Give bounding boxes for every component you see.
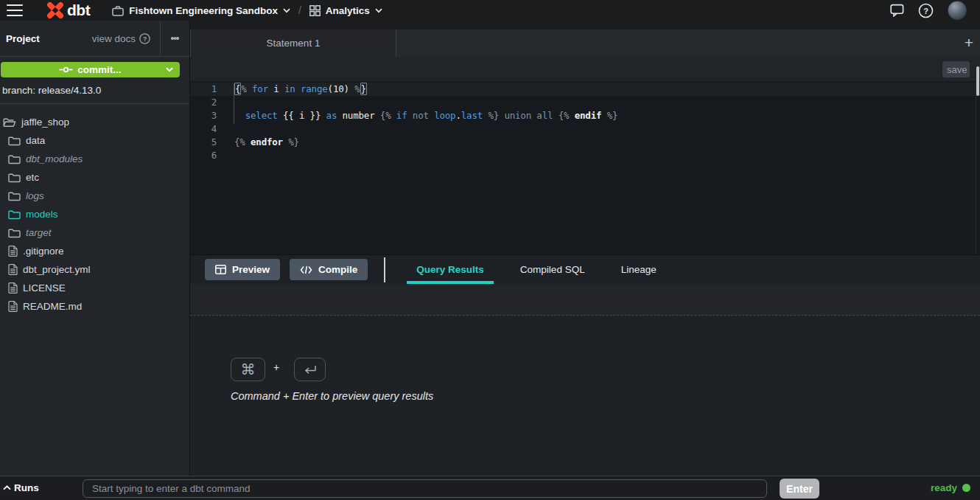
tree-item-label: models: [26, 209, 58, 220]
dbt-logo-icon: [46, 1, 65, 20]
chevron-down-icon: [166, 67, 173, 72]
tree-item-dbt-modules[interactable]: dbt_modules: [0, 150, 189, 168]
code-icon: [300, 265, 312, 274]
tree-item-label: README.md: [23, 301, 82, 312]
tree-item-jaffle-shop[interactable]: jaffle_shop: [0, 113, 189, 131]
git-commit-icon: [59, 66, 73, 74]
sidebar-title: Project: [6, 33, 40, 44]
tree-item--gitignore[interactable]: .gitignore: [0, 242, 189, 260]
chevron-down-icon: [375, 8, 382, 13]
sidebar: Project view docs ? commit...: [0, 21, 190, 476]
code-text: {% endfor %}: [234, 136, 299, 149]
line-number: 2: [190, 96, 217, 109]
runs-toggle[interactable]: Runs: [3, 482, 39, 493]
tree-item-label: etc: [26, 172, 39, 183]
user-avatar[interactable]: [948, 1, 967, 20]
chat-icon[interactable]: [890, 4, 904, 17]
tree-item-logs[interactable]: logs: [0, 187, 189, 205]
kebab-menu-icon[interactable]: [161, 36, 189, 41]
results-tabs: Query ResultsCompiled SQLLineage: [415, 255, 657, 284]
view-docs-label: view docs: [92, 33, 136, 44]
line-number: 5: [190, 136, 217, 149]
account-switcher[interactable]: Fishtown Engineering Sandbox: [112, 5, 290, 16]
file-tree: jaffle_shopdatadbt_modulesetclogsmodelst…: [0, 104, 189, 316]
code-editor[interactable]: 1{% for i in range(10) %}23 select {{ i …: [190, 81, 980, 254]
top-bar-actions: ?: [890, 1, 967, 20]
tree-item-dbt-project-yml[interactable]: dbt_project.yml: [0, 260, 189, 279]
top-bar: dbt Fishtown Engineering Sandbox /: [0, 0, 980, 21]
line-number: 4: [190, 122, 217, 136]
runs-label: Runs: [14, 482, 39, 493]
hamburger-menu-icon[interactable]: [7, 4, 23, 16]
folder-icon: [8, 173, 21, 183]
file-icon: [8, 246, 18, 257]
status-indicator: ready: [931, 482, 970, 493]
tree-item-label: jaffle_shop: [21, 117, 69, 128]
tree-item-etc[interactable]: etc: [0, 168, 189, 187]
help-icon[interactable]: ?: [918, 3, 934, 18]
git-section: commit... branch: release/4.13.0: [0, 57, 189, 104]
code-text: select {{ i }} as number {% if not loop.…: [234, 109, 617, 122]
tree-item-label: logs: [26, 190, 44, 201]
code-line-6: 6: [190, 149, 980, 162]
tab-label: Statement 1: [267, 38, 321, 49]
indent-guide: [234, 83, 234, 124]
tab-statement-1[interactable]: Statement 1: [190, 29, 396, 57]
save-button[interactable]: save: [942, 61, 970, 77]
command-glyph: ⌘: [241, 361, 256, 378]
results-content: ⌘ + Command + Enter to preview query res…: [190, 316, 980, 476]
enter-button[interactable]: Enter: [780, 479, 819, 499]
svg-text:?: ?: [923, 6, 928, 15]
project-name: Analytics: [326, 5, 370, 16]
command-key-icon: ⌘: [231, 358, 265, 381]
toolbar-divider: [384, 257, 385, 282]
tree-item-target[interactable]: target: [0, 223, 189, 242]
tree-item-label: data: [26, 135, 45, 146]
preview-button[interactable]: Preview: [205, 259, 280, 280]
results-subheader: [190, 284, 980, 316]
editor-toolbar: save: [190, 57, 980, 81]
dbt-command-input[interactable]: [83, 479, 767, 498]
code-line-4: 4: [190, 122, 980, 136]
grid-icon: [309, 5, 321, 16]
table-icon: [215, 265, 226, 274]
new-tab-button[interactable]: +: [965, 33, 973, 52]
tree-item-models[interactable]: models: [0, 205, 189, 223]
main-area: Statement 1 + save 1{% for i in range(10…: [190, 21, 980, 476]
file-icon: [8, 264, 18, 275]
editor-tab-bar: Statement 1 +: [190, 29, 980, 57]
tree-item-label: LICENSE: [23, 282, 66, 294]
compile-label: Compile: [318, 264, 357, 275]
commit-label: commit...: [77, 64, 121, 75]
enter-key-icon: [294, 358, 326, 381]
compile-button[interactable]: Compile: [290, 259, 368, 280]
svg-text:?: ?: [143, 35, 147, 42]
file-icon: [8, 301, 18, 312]
help-circle-icon: ?: [139, 33, 150, 44]
account-name: Fishtown Engineering Sandbox: [129, 5, 278, 16]
tree-item-license[interactable]: LICENSE: [0, 279, 189, 297]
return-arrow-icon: [303, 365, 318, 375]
tree-item-label: target: [26, 227, 52, 238]
commit-button[interactable]: commit...: [1, 62, 180, 77]
tab-compiled-sql[interactable]: Compiled SQL: [519, 255, 587, 284]
editor-scrollbar-track: [976, 81, 980, 254]
tree-item-label: .gitignore: [23, 246, 64, 257]
tree-item-label: dbt_project.yml: [23, 264, 91, 275]
folder-icon: [8, 136, 21, 146]
tree-item-data[interactable]: data: [0, 131, 189, 150]
tab-lineage[interactable]: Lineage: [620, 255, 658, 284]
code-line-5: 5{% endfor %}: [190, 136, 980, 149]
view-docs-link[interactable]: view docs ?: [92, 33, 150, 44]
dbt-logo: dbt: [46, 1, 90, 20]
tree-item-readme-md[interactable]: README.md: [0, 297, 189, 316]
line-number: 3: [190, 109, 217, 122]
project-switcher[interactable]: Analytics: [309, 5, 382, 16]
line-number: 1: [190, 83, 217, 96]
breadcrumb-separator: /: [298, 4, 301, 16]
editor-scrollbar-thumb[interactable]: [976, 66, 979, 96]
dbt-cloud-ide: dbt Fishtown Engineering Sandbox /: [0, 0, 980, 500]
tab-query-results[interactable]: Query Results: [415, 255, 486, 284]
code-text: {% for i in range(10) %}: [234, 83, 367, 96]
code-line-1: 1{% for i in range(10) %}: [190, 83, 980, 96]
